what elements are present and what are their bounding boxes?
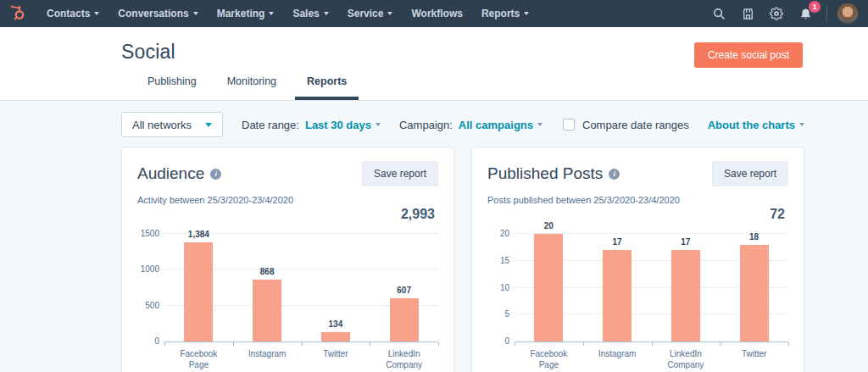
nav-item-label: Workflows [411,8,462,19]
nav-item-workflows[interactable]: Workflows [402,0,471,27]
nav-item-reports[interactable]: Reports [472,0,538,27]
bar-value-label: 1,384 [188,230,209,239]
nav-utilities: 1 [708,3,858,25]
chevron-down-icon [94,12,99,15]
notifications-bell-icon[interactable]: 1 [794,3,816,25]
bar-column: 607 [370,234,438,341]
info-icon[interactable] [210,169,221,180]
x-axis-label: Facebook Page [164,348,233,372]
x-axis-label: Twitter [302,348,370,372]
nav-item-contacts[interactable]: Contacts [37,0,108,27]
user-avatar[interactable] [837,3,858,24]
chevron-down-icon [376,123,381,126]
filter-bar: All networks Date range: Last 30 days Ca… [121,111,804,138]
chevron-down-icon [799,123,804,126]
x-axis-label: LinkedIn Company Page [652,348,721,372]
bar-facebook-page[interactable] [534,234,563,341]
bar-value-label: 17 [613,237,622,247]
campaign-label: Campaign: [399,119,453,131]
bar-column: 17 [652,234,721,341]
y-axis-tick-label: 20 [481,230,509,238]
card-total-value: 2,993 [122,205,453,222]
published-posts-report-card: Published Posts Save report Posts publis… [471,147,804,372]
y-axis-tick-label: 1000 [131,265,159,274]
chevron-down-icon [537,123,542,126]
bar-twitter[interactable] [740,245,769,341]
chevron-down-icon [324,12,329,15]
card-title: Audience [137,164,204,183]
campaign-value: All campaigns [459,119,533,131]
nav-menu: Contacts Conversations Marketing Sales S… [37,0,538,27]
page-header: Social Create social post Publishing Mon… [0,27,868,101]
marketplace-icon[interactable] [737,3,759,25]
about-the-charts-label: About the charts [708,119,795,131]
date-range-dropdown[interactable]: Last 30 days [305,119,381,131]
chevron-down-icon [524,12,529,15]
bar-wrap: 607 [390,298,419,341]
y-axis-tick-label: 500 [131,302,159,310]
network-filter-value: All networks [132,119,192,131]
bar-value-label: 134 [329,319,343,329]
bar-facebook-page[interactable] [184,242,213,341]
bar-twitter[interactable] [321,332,350,341]
tab-monitoring[interactable]: Monitoring [215,75,288,100]
y-axis-tick-label: 15 [481,257,509,265]
nav-item-label: Contacts [47,8,90,19]
bar-instagram[interactable] [603,250,632,341]
published-posts-bar-chart: 0510152020171718 Facebook PageInstagramL… [484,234,788,372]
campaign-dropdown[interactable]: All campaigns [459,119,542,131]
nav-item-marketing[interactable]: Marketing [208,0,284,27]
chart-plot-area: 0500100015001,384868134607 [164,234,438,342]
search-icon[interactable] [708,3,730,25]
x-axis-label: Facebook Page [515,348,583,372]
create-social-post-button[interactable]: Create social post [694,42,803,68]
chevron-down-icon [269,12,274,15]
bar-wrap: 868 [253,280,281,341]
save-report-button[interactable]: Save report [362,161,438,186]
network-filter-select[interactable]: All networks [121,112,223,137]
y-axis-tick-label: 10 [481,284,509,292]
x-axis-tick [370,342,370,346]
x-axis-tick [583,342,584,346]
y-axis-tick-label: 0 [481,337,509,346]
divider [826,5,827,22]
nav-item-conversations[interactable]: Conversations [108,0,207,27]
date-range-value: Last 30 days [305,119,371,131]
x-axis-tick [788,342,789,346]
x-axis-label: Instagram [233,348,302,372]
compare-date-ranges-checkbox[interactable] [563,119,575,130]
nav-item-label: Sales [292,8,319,19]
bar-value-label: 20 [544,221,554,230]
settings-gear-icon[interactable] [765,3,787,25]
bar-instagram[interactable] [253,280,281,341]
bar-wrap: 17 [603,250,632,341]
bar-wrap: 1,384 [184,242,213,341]
card-subtitle: Posts published between 25/3/2020-23/4/2… [472,186,804,205]
tab-publishing[interactable]: Publishing [136,75,209,100]
x-axis-label: Instagram [583,348,652,372]
info-icon[interactable] [609,169,620,180]
tab-bar: Publishing Monitoring Reports [121,75,804,100]
save-report-button[interactable]: Save report [712,161,788,186]
x-axis-label: Twitter [720,348,788,372]
tab-reports[interactable]: Reports [295,75,359,100]
bar-column: 18 [720,234,788,341]
nav-item-service[interactable]: Service [338,0,403,27]
y-axis-tick-label: 5 [481,310,509,319]
nav-item-label: Service [348,8,384,19]
bar-column: 17 [583,234,652,341]
bar-linkedin-company-page[interactable] [671,250,700,341]
bar-column: 134 [302,234,370,341]
top-navigation-bar: Contacts Conversations Marketing Sales S… [0,0,868,27]
notification-count-badge: 1 [809,1,821,13]
nav-item-label: Reports [481,8,520,19]
about-the-charts-link[interactable]: About the charts [708,119,804,131]
nav-item-sales[interactable]: Sales [283,0,337,27]
chevron-down-icon [193,12,198,15]
y-axis-tick-label: 1500 [131,230,159,238]
bar-linkedin-company-page[interactable] [390,298,419,341]
date-range-label: Date range: [242,119,299,131]
x-axis-tick [438,342,439,346]
bar-column: 20 [515,234,583,341]
hubspot-logo-icon[interactable] [7,3,29,24]
